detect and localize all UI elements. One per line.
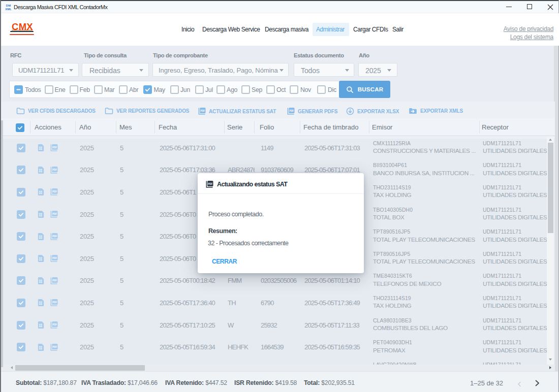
svg-text:XML: XML bbox=[5, 8, 12, 11]
svg-text:PDF: PDF bbox=[289, 110, 294, 112]
svg-text:PDF: PDF bbox=[52, 301, 57, 304]
svg-text:PDF: PDF bbox=[52, 257, 57, 259]
svg-text:PDF: PDF bbox=[52, 190, 57, 193]
svg-text:PDF: PDF bbox=[52, 146, 57, 149]
svg-text:PDF: PDF bbox=[52, 279, 57, 281]
svg-text:PDF: PDF bbox=[52, 168, 57, 171]
svg-text:PDF: PDF bbox=[52, 345, 57, 348]
svg-text:PDF: PDF bbox=[52, 235, 57, 237]
svg-text:PDF: PDF bbox=[52, 323, 57, 326]
svg-text:PDF: PDF bbox=[208, 183, 212, 185]
svg-text:DM: DM bbox=[6, 4, 11, 7]
svg-text:PDF: PDF bbox=[52, 213, 57, 215]
svg-text:PDF: PDF bbox=[200, 110, 205, 112]
